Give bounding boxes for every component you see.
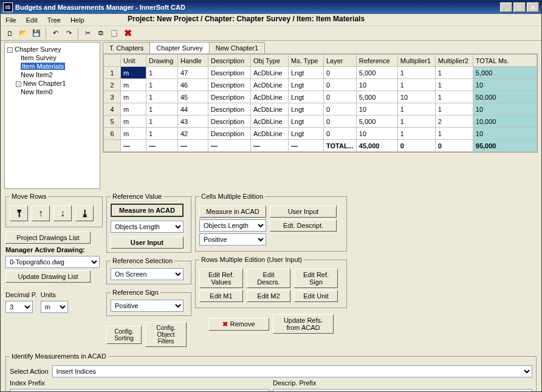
tree-view[interactable]: -Chapter Survey Item Survey Item Materia… — [4, 42, 100, 189]
save-icon[interactable]: 💾 — [31, 28, 42, 39]
reference-value-panel: Reference Value Measure in ACAD Objects … — [106, 193, 191, 253]
menu-tree[interactable]: Tree — [47, 16, 61, 24]
index-prefix-input[interactable] — [10, 389, 269, 392]
edit-m2-button[interactable]: Edit M2 — [247, 290, 290, 302]
tree-node-chapter-survey[interactable]: -Chapter Survey — [7, 45, 97, 53]
menu-bar: File Edit Tree Help Project: New Project… — [1, 14, 541, 26]
move-bottom-button[interactable]: ⤓ — [75, 205, 94, 221]
redo-icon[interactable]: ↷ — [63, 28, 74, 39]
ref-selection-select[interactable]: On Screen — [111, 268, 184, 280]
undo-icon[interactable]: ↶ — [50, 28, 61, 39]
project-path: Project: New Project / Chapter: Chapter … — [128, 15, 365, 23]
units-label: Units — [41, 291, 68, 298]
index-prefix-label: Index Prefix — [10, 379, 269, 387]
reference-selection-panel: Reference Selection On Screen — [106, 257, 191, 284]
manager-active-drawing-label: Manager Active Drawing: — [5, 246, 103, 253]
cme-measure-button[interactable]: Measure in ACAD — [199, 205, 266, 218]
tab-strip: T. Chapters Chapter Survey New Chapter1 — [103, 42, 538, 53]
tab-new-chapter1[interactable]: New Chapter1 — [209, 42, 265, 53]
cme-user-input-button[interactable]: User Input — [270, 205, 337, 218]
menu-file[interactable]: File — [5, 16, 16, 24]
ref-sign-select[interactable]: Positive — [111, 300, 184, 312]
toolbar: 🗋 📂 💾 ↶ ↷ ✂ ⧉ 📋 ✖ — [1, 26, 541, 41]
table-row[interactable]: 4 m144 DescriptionAcDbLineLngt0 101110 — [104, 103, 537, 115]
menu-help[interactable]: Help — [70, 16, 84, 24]
move-down-button[interactable]: ↓ — [53, 205, 72, 221]
update-drawing-list-button[interactable]: Update Drawing List — [5, 270, 91, 283]
cme-sign-select[interactable]: Positive — [199, 233, 266, 246]
table-row[interactable]: 1 m147 DescriptionAcDbLineLngt0 5,000115… — [104, 67, 537, 79]
tree-node-new-item2[interactable]: New Item2 — [7, 70, 97, 79]
data-grid[interactable]: Unit Drawing Handle Description Obj Type… — [103, 53, 538, 153]
update-refs-button[interactable]: Update Refs. from ACAD — [273, 314, 334, 334]
tree-node-item-survey[interactable]: Item Survey — [7, 53, 97, 62]
paste-icon[interactable]: 📋 — [109, 28, 120, 39]
decimal-p-label: Decimal P. — [5, 291, 37, 298]
tree-node-new-item0[interactable]: New Item0 — [7, 88, 97, 96]
move-rows-panel: Move Rows ⤒ ↑ ↓ ⤓ — [5, 193, 103, 227]
totals-row: ——— ——— TOTAL... 45,000 0 0 95,000 — [104, 140, 537, 152]
rows-multiple-edition-panel: Rows Multiple Edition (User Input) Edit … — [195, 256, 347, 308]
window-title: Budgets and Measurements Manager - Inner… — [15, 4, 185, 11]
edit-unit-button[interactable]: Edit Unit — [294, 290, 338, 302]
identify-measurements-panel: Identify Measurements in ACAD Select Act… — [5, 352, 537, 392]
table-row[interactable]: 6 m142 DescriptionAcDbLineLngt0 101110 — [104, 128, 537, 140]
move-top-button[interactable]: ⤒ — [10, 205, 28, 221]
table-row[interactable]: 3 m145 DescriptionAcDbLineLngt0 5,000101… — [104, 91, 537, 103]
ref-value-type-select[interactable]: Objects Length — [111, 221, 184, 233]
config-sorting-button[interactable]: Config. Sorting — [106, 326, 142, 344]
edit-ref-sign-button[interactable]: Edit Ref. Sign — [294, 269, 338, 288]
edit-ref-values-button[interactable]: Edit Ref. Values — [199, 269, 243, 288]
select-action-select[interactable]: Insert Indices — [52, 365, 532, 377]
copy-icon[interactable]: ⧉ — [95, 28, 106, 39]
units-select[interactable]: m — [41, 301, 68, 313]
app-icon: IS — [3, 2, 13, 12]
remove-button[interactable]: ✖ Remove — [208, 318, 269, 331]
tree-node-new-chapter1[interactable]: -New Chapter1 — [7, 79, 97, 88]
delete-icon[interactable]: ✖ — [122, 28, 133, 39]
cut-icon[interactable]: ✂ — [82, 28, 93, 39]
edit-descript-button[interactable]: Edt. Descript. — [270, 219, 337, 232]
close-button[interactable]: ✕ — [527, 2, 539, 12]
maximize-button[interactable]: □ — [513, 2, 526, 12]
manager-active-drawing-select[interactable]: 0-Topografico.dwg — [5, 256, 100, 268]
table-row[interactable]: 5 m143 DescriptionAcDbLineLngt0 5,000121… — [104, 115, 537, 128]
table-row[interactable]: 2 m146 DescriptionAcDbLineLngt0 101110 — [104, 79, 537, 91]
reference-sign-panel: Reference Sign Positive — [106, 289, 191, 316]
tree-node-item-materials[interactable]: Item Materials — [7, 62, 97, 70]
descrip-prefix-input[interactable] — [273, 389, 532, 392]
edit-descrs-button[interactable]: Edit Descrs. — [247, 269, 290, 288]
user-input-button[interactable]: User Input — [111, 236, 184, 249]
move-up-button[interactable]: ↑ — [32, 205, 50, 221]
select-action-label: Select Action — [10, 368, 49, 375]
title-bar: IS Budgets and Measurements Manager - In… — [1, 1, 541, 14]
cells-multiple-edition-panel: Cells Multiple Edition Measure in ACAD U… — [195, 193, 347, 252]
minimize-button[interactable]: _ — [500, 2, 512, 12]
descrip-prefix-label: Descrip. Prefix — [273, 379, 532, 387]
new-icon[interactable]: 🗋 — [4, 28, 15, 39]
config-object-filters-button[interactable]: Config. Object Filters — [145, 322, 187, 347]
measure-in-acad-button[interactable]: Measure in ACAD — [111, 204, 184, 217]
decimal-p-select[interactable]: 3 — [5, 301, 33, 313]
project-drawings-list-button[interactable]: Project Drawings List — [5, 232, 91, 244]
open-icon[interactable]: 📂 — [18, 28, 29, 39]
menu-edit[interactable]: Edit — [26, 16, 38, 24]
edit-m1-button[interactable]: Edit M1 — [199, 290, 243, 302]
cme-type-select[interactable]: Objects Length — [199, 219, 266, 232]
tab-chapter-survey[interactable]: Chapter Survey — [149, 42, 209, 53]
tab-t-chapters[interactable]: T. Chapters — [103, 42, 150, 53]
